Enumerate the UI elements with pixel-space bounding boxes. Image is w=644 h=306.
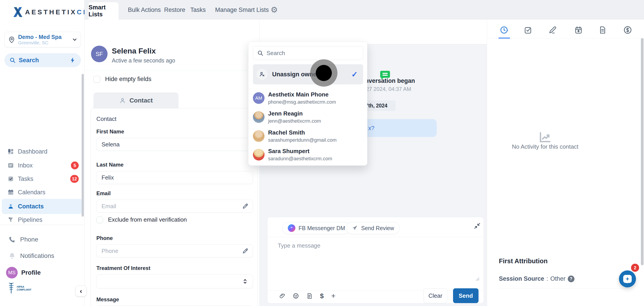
channel-fb-messenger[interactable]: FB Messenger DM [282,222,350,234]
option-owner-aesthetix[interactable]: AM Aesthetix Main Phone phone@msg.aesthe… [253,89,363,107]
sidebar-menu: Dashboard Inbox 5 Tasks 12 Calendars [0,72,84,225]
support-chat-fab[interactable] [619,270,636,287]
notifications-label: Notifications [20,252,54,259]
sidebar-item-notifications[interactable]: Notifications [0,250,84,262]
dollar-circle-icon [623,26,632,35]
contact-status: Active a few seconds ago [112,57,175,64]
settings-gear-icon[interactable]: ⚙ [270,0,278,20]
owner-avatar-photo [253,149,264,160]
tab-contact[interactable]: Contact [94,92,178,108]
option-owner-sara[interactable]: Sara Shumpert saradunn@aesthetixcrm.com [253,145,363,164]
select-chevrons-icon [242,278,248,284]
caduceus-icon [8,282,15,294]
sidebar-item-calendars[interactable]: Calendars [0,186,84,199]
hide-empty-fields-checkbox[interactable] [94,76,100,83]
option-owner-jenn[interactable]: Jenn Reagin jenn@aesthetixcrm.com [253,108,363,126]
last-name-field[interactable] [96,171,253,184]
sidebar-item-label: Dashboard [18,148,48,155]
dashboard-icon [8,148,14,155]
collapse-composer-icon[interactable] [474,222,480,229]
channel-send-review[interactable]: Send Review [346,222,400,234]
first-name-field[interactable] [96,138,253,151]
sidebar-search[interactable]: Search [4,53,81,67]
tab-payments-panel[interactable] [622,24,634,36]
brand-x-icon [13,7,23,18]
more-tools-icon[interactable]: + [331,291,336,300]
phone-icon [8,236,16,243]
payment-request-icon[interactable]: $ [320,292,324,300]
tab-restore[interactable]: Restore [164,0,185,20]
location-switcher[interactable]: Demo - Med Spa Greenville, SC [4,32,81,48]
contacts-icon [7,203,14,210]
help-icon[interactable]: ? [568,275,574,282]
contact-avatar: SF [91,46,108,62]
tab-tasks[interactable]: Tasks [190,0,206,20]
last-name-group: Last Name [96,162,253,184]
owner-search-input[interactable] [266,50,352,57]
sidebar-item-contacts[interactable]: Contacts [2,199,82,214]
owner-email: phone@msg.aesthetixcrm.com [268,99,336,105]
tab-bulk-actions[interactable]: Bulk Actions [128,0,161,20]
pencil-note-icon [548,26,557,34]
owner-dropdown-search[interactable] [253,46,363,60]
top-nav: Smart Lists Bulk Actions Restore Tasks M… [84,0,644,20]
tab-activity-history[interactable] [498,24,510,36]
message-input[interactable]: Type a message [278,242,320,249]
sidebar-item-inbox[interactable]: Inbox 5 [0,159,84,172]
edit-pencil-icon[interactable] [242,248,248,254]
hipaa-compliance-logo: HIPAACOMPLIANT [8,282,31,294]
owner-avatar-photo [253,111,264,123]
panel-tabs-border [487,39,644,39]
owner-email: sarashumpertdunn@gmail.com [268,137,336,143]
hide-empty-fields-label: Hide empty fields [105,76,152,83]
phone-field[interactable] [96,244,253,257]
option-owner-rachel[interactable]: Rachel Smith sarashumpertdunn@gmail.com [253,127,363,146]
brand-logo: AESTHETIXCRM [13,7,97,18]
email-group: Email [96,190,253,213]
hide-empty-fields-row: Hide empty fields [94,76,152,83]
no-activity-text: No Activity for this contact [487,143,603,150]
sidebar-scrollbar[interactable] [82,74,84,217]
chat-bubble-icon [623,275,632,283]
sidebar-footer-divider [0,225,84,225]
cursor-pointer [316,65,332,81]
treatment-select[interactable] [96,274,253,288]
email-field[interactable] [96,200,253,213]
send-review-icon [351,225,358,231]
sidebar-item-label: Inbox [18,162,33,169]
emoji-icon[interactable] [293,293,299,299]
tab-manage-smart-lists[interactable]: Manage Smart Lists [215,0,269,20]
sidebar-item-phone[interactable]: Phone [0,233,84,246]
sidebar-item-label: Pipelines [18,216,42,223]
template-icon[interactable] [306,293,312,299]
treatment-group: Treatment Of Interest [96,265,253,288]
chart-placeholder-icon [539,132,552,143]
clear-button[interactable]: Clear [424,288,447,303]
contact-detail-column: SF Selena Felix Active a few seconds ago… [84,20,260,306]
sidebar-item-pipelines[interactable]: Pipelines [0,214,84,225]
sidebar-item-label: Calendars [18,189,46,196]
phone-label: Phone [96,235,253,241]
tab-tasks-panel[interactable] [522,24,534,36]
resize-grip-icon[interactable] [474,276,480,281]
page-scrollbar[interactable] [641,38,644,265]
sidebar-collapse-button[interactable]: ‹ [76,286,86,296]
tab-documents[interactable] [596,24,609,36]
sidebar-item-dashboard[interactable]: Dashboard [0,145,84,158]
send-button[interactable]: Send [453,288,478,303]
owner-name: Jenn Reagin [268,110,321,117]
sidebar-item-profile[interactable]: MS Profile [0,265,84,280]
sidebar-item-tasks[interactable]: Tasks 12 [0,173,84,185]
tab-notes[interactable] [546,24,559,36]
message-composer: FB Messenger DM Send Review Type a messa… [267,217,484,303]
option-unassign-owner[interactable]: Unassign owner ✓ [253,64,363,84]
edit-pencil-icon[interactable] [242,203,248,209]
location-subtitle: Greenville, SC [18,40,62,46]
first-attribution-title: First Attribution [499,257,548,265]
exclude-verification-checkbox[interactable] [96,216,103,223]
attachment-icon[interactable] [279,293,285,299]
pipelines-icon [8,216,14,223]
tab-appointments[interactable] [572,24,585,36]
first-name-label: First Name [96,129,253,135]
tab-smart-lists[interactable]: Smart Lists [88,2,118,20]
